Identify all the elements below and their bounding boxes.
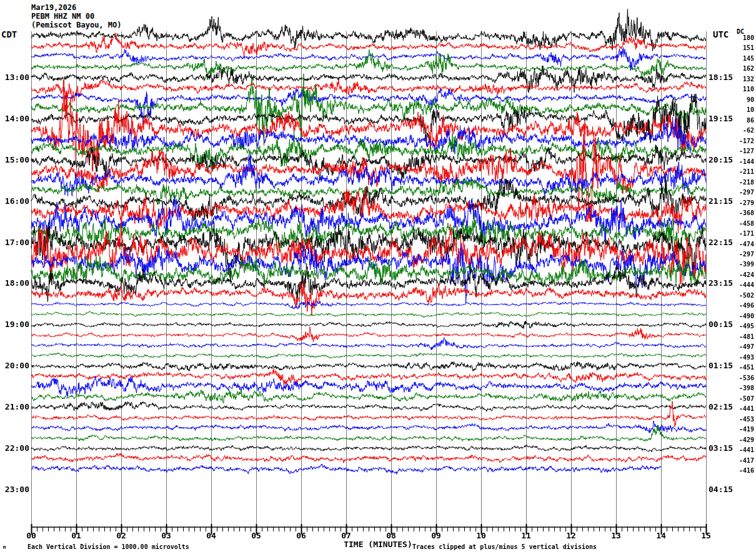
clip-note: Traces clipped at plus/minus 5 vertical … — [412, 543, 597, 551]
x-axis-tick-label: 13 — [607, 531, 625, 540]
x-axis-tick-label: 05 — [247, 531, 266, 540]
x-axis-tick-label: 00 — [22, 531, 41, 540]
dc-value: -495 — [727, 323, 754, 330]
cdt-hour-label: 18:00 — [0, 278, 29, 288]
cdt-hour-label: 23:00 — [0, 485, 29, 495]
dc-value: -62 — [727, 127, 754, 134]
dc-value: 86 — [727, 117, 754, 124]
dc-value: -127 — [727, 148, 754, 154]
dc-value: -417 — [727, 457, 754, 464]
cdt-hour-label: 17:00 — [0, 238, 29, 248]
cdt-hour-label: 14:00 — [0, 114, 29, 124]
dc-value: 10 — [727, 106, 754, 113]
dc-value: -211 — [727, 168, 754, 175]
dc-value: 132 — [727, 76, 754, 83]
dc-value: -429 — [727, 436, 754, 443]
x-axis-tick-label: 02 — [112, 531, 131, 540]
dc-value: -419 — [727, 426, 754, 433]
cdt-hour-label: 15:00 — [0, 155, 29, 165]
cdt-hour-label: 19:00 — [0, 320, 29, 330]
x-axis-tick-label: 03 — [157, 531, 176, 540]
helicorder-app: Mar19,2026 PEBM HHZ NM 00 (Pemiscot Bayo… — [0, 0, 756, 554]
x-axis-tick-label: 07 — [337, 531, 356, 540]
dc-value: 145 — [727, 55, 754, 62]
dc-value: -398 — [727, 385, 754, 391]
dc-value: -481 — [727, 333, 754, 340]
dc-value: -444 — [727, 281, 754, 288]
dc-value: -297 — [727, 189, 754, 196]
dc-value: 151 — [727, 44, 754, 51]
dc-value: -451 — [727, 364, 754, 371]
dc-value: 162 — [727, 65, 754, 72]
x-axis-tick-label: 04 — [202, 531, 221, 540]
dc-value: -441 — [727, 405, 754, 412]
dc-value: -490 — [727, 313, 754, 320]
dc-value: -507 — [727, 395, 754, 402]
dc-value: -172 — [727, 138, 754, 144]
cdt-hour-label: 21:00 — [0, 402, 29, 412]
x-axis-tick-label: 11 — [517, 531, 535, 540]
x-axis-tick-label: 15 — [697, 531, 715, 540]
dc-value: -502 — [727, 292, 754, 299]
x-axis-tick-label: 12 — [562, 531, 580, 540]
cdt-hour-label: 22:00 — [0, 443, 29, 453]
dc-value: -368 — [727, 209, 754, 216]
x-axis-tick-label: 14 — [652, 531, 670, 540]
dc-value: -497 — [727, 343, 754, 350]
x-axis-tick-label: 10 — [472, 531, 490, 540]
cdt-hour-label: 20:00 — [0, 361, 29, 371]
dc-value: -279 — [727, 199, 754, 206]
dc-value: 110 — [727, 86, 754, 93]
dc-value: -144 — [727, 158, 754, 165]
x-axis-tick-label: 01 — [67, 531, 86, 540]
dc-value: 90 — [727, 96, 754, 103]
dc-value: -297 — [727, 251, 754, 258]
dc-value: -399 — [727, 261, 754, 268]
x-axis-tick-label: 06 — [292, 531, 311, 540]
dc-value: -218 — [727, 179, 754, 186]
x-axis-tick-label: 09 — [427, 531, 445, 540]
dc-value: -453 — [727, 416, 754, 423]
cdt-hour-label: 13:00 — [0, 73, 29, 83]
x-axis-tick-label: 08 — [382, 531, 400, 540]
dc-value: -441 — [727, 446, 754, 453]
utc-hour-label: 04:15 — [709, 485, 741, 495]
dc-value: -458 — [727, 220, 754, 227]
dc-value: 180 — [727, 34, 754, 41]
cdt-hour-label: 16:00 — [0, 196, 29, 206]
dc-value: -474 — [727, 241, 754, 248]
watermark: M — [3, 545, 6, 550]
dc-value: -536 — [727, 375, 754, 381]
dc-value: -493 — [727, 354, 754, 361]
helicorder-traces-canvas — [0, 0, 756, 554]
dc-value: -496 — [727, 302, 754, 309]
vertical-division-note: Each Vertical Division = 1000.00 microvo… — [27, 543, 189, 551]
dc-value: -416 — [727, 467, 754, 474]
dc-value: -171 — [727, 230, 754, 237]
dc-value: -424 — [727, 271, 754, 278]
